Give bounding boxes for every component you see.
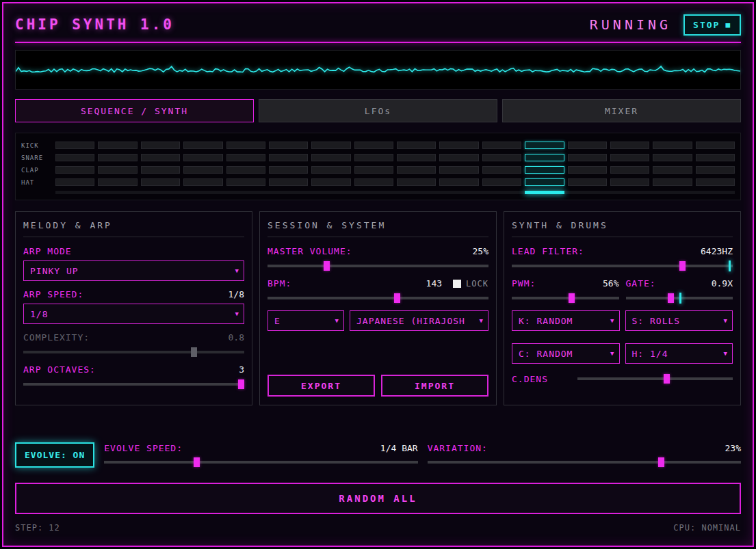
step-cell-kick-3[interactable] [141, 142, 180, 149]
export-button[interactable]: EXPORT [268, 375, 375, 397]
key-select[interactable]: E ▼ [268, 310, 344, 331]
step-cell-snare-6[interactable] [269, 154, 308, 161]
step-cell-clap-3[interactable] [141, 166, 180, 174]
random-all-button[interactable]: RANDOM ALL [15, 483, 741, 514]
step-cell-snare-1[interactable] [55, 154, 94, 161]
step-cell-clap-4[interactable] [183, 166, 222, 174]
step-cell-hat-14[interactable] [610, 178, 649, 186]
arp-mode-value: PINKY UP [30, 266, 79, 276]
step-cell-kick-13[interactable] [568, 142, 607, 149]
step-cell-snare-2[interactable] [98, 154, 137, 161]
step-cell-kick-6[interactable] [269, 142, 308, 149]
complexity-slider[interactable] [23, 347, 244, 358]
step-cell-clap-2[interactable] [98, 166, 137, 174]
tab-lfos[interactable]: LFOs [259, 99, 497, 122]
gate-slider[interactable] [626, 293, 733, 304]
step-cell-clap-9[interactable] [397, 166, 436, 174]
step-cell-hat-8[interactable] [354, 178, 393, 186]
pwm-value: 56% [603, 278, 618, 289]
step-cell-snare-9[interactable] [397, 154, 436, 161]
step-cell-clap-15[interactable] [653, 166, 692, 174]
step-cell-snare-15[interactable] [653, 154, 692, 161]
step-cell-hat-4[interactable] [183, 178, 222, 186]
step-cell-clap-1[interactable] [55, 166, 94, 174]
step-cell-kick-5[interactable] [226, 142, 265, 149]
step-cell-kick-12[interactable] [525, 142, 564, 149]
step-cell-snare-16[interactable] [696, 154, 735, 161]
step-cell-clap-11[interactable] [482, 166, 521, 174]
step-cell-snare-10[interactable] [439, 154, 478, 161]
step-cell-clap-14[interactable] [610, 166, 649, 174]
evolve-toggle-button[interactable]: EVOLVE: ON [15, 442, 94, 468]
lead-filter-slider[interactable] [512, 260, 733, 271]
clap-pattern-select[interactable]: C: RANDOM ▼ [512, 343, 620, 364]
snare-pattern-select[interactable]: S: ROLLS ▼ [625, 310, 733, 331]
step-cell-hat-6[interactable] [269, 178, 308, 186]
step-cell-hat-11[interactable] [482, 178, 521, 186]
clap-pattern-value: C: RANDOM [519, 349, 573, 359]
step-cell-snare-12[interactable] [525, 154, 564, 161]
stop-button[interactable]: STOP ■ [683, 14, 741, 36]
step-cell-clap-16[interactable] [696, 166, 735, 174]
step-cell-clap-12[interactable] [525, 166, 564, 174]
kick-pattern-select[interactable]: K: RANDOM ▼ [512, 310, 620, 331]
step-cell-kick-14[interactable] [610, 142, 649, 149]
step-cell-hat-3[interactable] [141, 178, 180, 186]
pwm-slider[interactable] [512, 293, 619, 304]
step-cell-clap-13[interactable] [568, 166, 607, 174]
variation-slider[interactable] [428, 457, 741, 468]
step-cell-hat-13[interactable] [568, 178, 607, 186]
step-cell-kick-16[interactable] [696, 142, 735, 149]
step-cell-snare-14[interactable] [610, 154, 649, 161]
step-cell-clap-10[interactable] [439, 166, 478, 174]
step-cell-clap-8[interactable] [354, 166, 393, 174]
step-cell-snare-7[interactable] [311, 154, 350, 161]
step-cell-kick-7[interactable] [311, 142, 350, 149]
track-label-hat: HAT [21, 179, 55, 186]
arp-octaves-slider[interactable] [23, 379, 244, 390]
tab-mixer[interactable]: MIXER [502, 99, 741, 122]
cdens-slider[interactable] [577, 373, 733, 384]
step-cell-kick-8[interactable] [354, 142, 393, 149]
step-cell-kick-10[interactable] [439, 142, 478, 149]
tab-sequence-synth[interactable]: SEQUENCE / SYNTH [15, 99, 254, 122]
step-cell-hat-16[interactable] [696, 178, 735, 186]
cdens-label: C.DENS [512, 374, 569, 384]
step-cell-snare-13[interactable] [568, 154, 607, 161]
playhead-segment [354, 191, 393, 194]
bpm-slider[interactable] [268, 293, 488, 304]
step-cell-snare-5[interactable] [226, 154, 265, 161]
arp-mode-select[interactable]: PINKY UP ▼ [23, 260, 244, 281]
step-cell-kick-15[interactable] [653, 142, 692, 149]
step-cell-hat-15[interactable] [653, 178, 692, 186]
step-cell-hat-9[interactable] [397, 178, 436, 186]
step-cell-kick-11[interactable] [482, 142, 521, 149]
step-cell-clap-6[interactable] [269, 166, 308, 174]
panel-synth-drums: SYNTH & DRUMS LEAD FILTER: 6423HZ PWM: 5… [504, 211, 741, 405]
step-cell-hat-7[interactable] [311, 178, 350, 186]
step-cell-hat-2[interactable] [98, 178, 137, 186]
scale-select[interactable]: JAPANESE (HIRAJOSH ▼ [350, 310, 488, 331]
step-cell-kick-9[interactable] [397, 142, 436, 149]
arp-speed-select[interactable]: 1/8 ▼ [23, 304, 244, 324]
step-cell-snare-3[interactable] [141, 154, 180, 161]
hat-pattern-select[interactable]: H: 1/4 ▼ [625, 343, 733, 364]
step-cell-hat-10[interactable] [439, 178, 478, 186]
step-cell-clap-5[interactable] [226, 166, 265, 174]
step-cell-hat-1[interactable] [55, 178, 94, 186]
step-cell-hat-12[interactable] [525, 178, 564, 186]
step-cell-kick-2[interactable] [98, 142, 137, 149]
bpm-lock-checkbox[interactable] [453, 280, 461, 288]
step-cell-kick-4[interactable] [183, 142, 222, 149]
step-cell-clap-7[interactable] [311, 166, 350, 174]
panel-title-synth: SYNTH & DRUMS [512, 220, 733, 230]
evolve-speed-slider[interactable] [104, 457, 417, 468]
step-cell-snare-4[interactable] [183, 154, 222, 161]
step-sequencer: KICKSNARECLAPHAT [15, 133, 741, 200]
step-cell-snare-8[interactable] [354, 154, 393, 161]
step-cell-hat-5[interactable] [226, 178, 265, 186]
import-button[interactable]: IMPORT [381, 375, 488, 397]
master-volume-slider[interactable] [268, 260, 488, 271]
step-cell-snare-11[interactable] [482, 154, 521, 161]
step-cell-kick-1[interactable] [55, 142, 94, 149]
